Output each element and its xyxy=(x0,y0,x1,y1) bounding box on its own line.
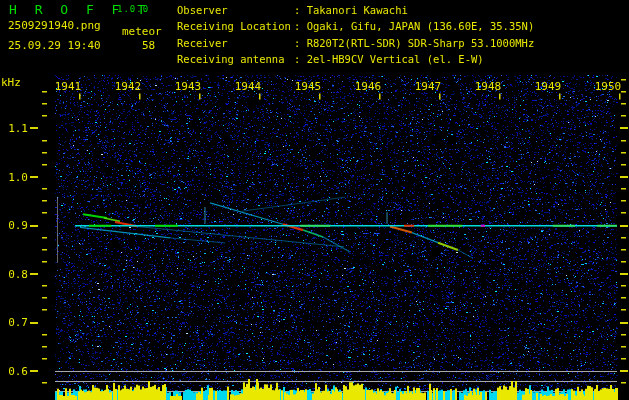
time-axis-label: 1950 xyxy=(594,80,622,93)
freq-axis-label: 0.8 xyxy=(2,268,28,281)
info-separator: : xyxy=(294,20,307,32)
station-info-block: Observer: Takanori KawachiReceiving Loca… xyxy=(177,2,534,68)
info-separator: : xyxy=(294,4,307,16)
freq-axis-label: 1.0 xyxy=(2,171,28,184)
info-label: Receiver xyxy=(177,35,294,51)
output-filename: 2509291940.png xyxy=(8,19,101,32)
mode-label: meteor xyxy=(122,25,162,38)
freq-axis-label: 0.9 xyxy=(2,219,28,232)
time-axis-label: 1941 xyxy=(54,80,82,93)
info-label: Receiving Location xyxy=(177,18,294,34)
info-value: R820T2(RTL-SDR) SDR-Sharp 53.1000MHz xyxy=(307,37,535,49)
info-separator: : xyxy=(294,37,307,49)
time-axis-label: 1944 xyxy=(234,80,262,93)
khz-unit-label: kHz xyxy=(1,76,21,89)
echo-count: 58 xyxy=(142,39,155,52)
info-row: Receiver: R820T2(RTL-SDR) SDR-Sharp 53.1… xyxy=(177,35,534,51)
info-label: Observer xyxy=(177,2,294,18)
info-row: Observer: Takanori Kawachi xyxy=(177,2,534,18)
info-separator: : xyxy=(294,53,307,65)
freq-axis-label: 0.7 xyxy=(2,316,28,329)
time-axis-label: 1949 xyxy=(534,80,562,93)
observation-datetime: 25.09.29 19:40 xyxy=(8,39,101,52)
time-axis-label: 1942 xyxy=(114,80,142,93)
info-row: Receiving Location: Ogaki, Gifu, JAPAN (… xyxy=(177,18,534,34)
info-value: Ogaki, Gifu, JAPAN (136.60E, 35.35N) xyxy=(307,20,535,32)
time-axis-label: 1948 xyxy=(474,80,502,93)
freq-axis-label: 1.1 xyxy=(2,122,28,135)
time-axis-label: 1946 xyxy=(354,80,382,93)
info-label: Receiving antenna xyxy=(177,51,294,67)
time-axis-label: 1943 xyxy=(174,80,202,93)
freq-axis-label: 0.6 xyxy=(2,365,28,378)
info-value: 2el-HB9CV Vertical (el. E-W) xyxy=(307,53,484,65)
time-axis-label: 1945 xyxy=(294,80,322,93)
hrofft-window: H R O F F T 1.0.0 2509291940.png meteor … xyxy=(0,0,629,400)
info-value: Takanori Kawachi xyxy=(307,4,408,16)
app-version: 1.0.0 xyxy=(117,4,149,14)
info-row: Receiving antenna: 2el-HB9CV Vertical (e… xyxy=(177,51,534,67)
time-axis-label: 1947 xyxy=(414,80,442,93)
